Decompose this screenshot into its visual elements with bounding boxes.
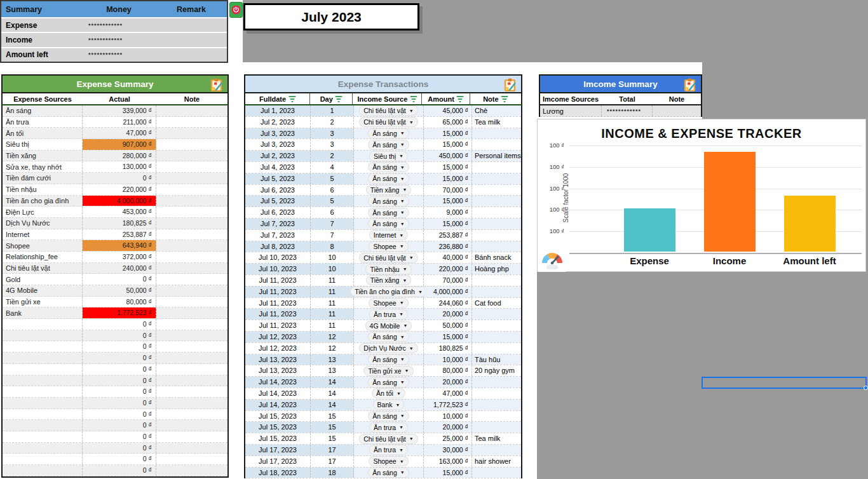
txn-day-cell[interactable]: 13 xyxy=(311,354,354,365)
income-note-cell[interactable] xyxy=(653,105,701,116)
expense-note-cell[interactable] xyxy=(156,229,227,240)
expense-source-cell[interactable]: Tiền nhậu xyxy=(3,184,83,195)
txn-amount-cell[interactable]: 9,000 ₫ xyxy=(424,207,472,218)
summary-masked-value[interactable]: ************ xyxy=(82,51,156,58)
txn-day-cell[interactable]: 3 xyxy=(311,128,354,139)
expense-actual-cell[interactable]: 0 ₫ xyxy=(83,465,156,476)
txn-amount-cell[interactable]: 236,880 ₫ xyxy=(424,241,472,252)
expense-note-cell[interactable] xyxy=(156,386,227,397)
txn-amount-cell[interactable]: 20,000 ₫ xyxy=(424,309,472,320)
expense-actual-cell[interactable]: 0 ₫ xyxy=(83,364,156,375)
txn-note-cell[interactable]: Tàu hũu xyxy=(472,354,521,365)
txn-source-dropdown[interactable]: Shopee▼ xyxy=(369,299,407,307)
txn-note-cell[interactable]: hair shower xyxy=(472,456,521,467)
expense-source-cell[interactable] xyxy=(3,341,83,352)
expense-note-cell[interactable] xyxy=(156,274,227,285)
txn-fulldate-cell[interactable]: Jul 12, 2023 xyxy=(245,332,311,342)
txn-day-cell[interactable]: 17 xyxy=(311,445,354,455)
txn-source-dropdown[interactable]: Ăn sáng▼ xyxy=(369,174,408,183)
txn-day-cell[interactable]: 10 xyxy=(311,264,354,274)
expense-source-cell[interactable]: 4G Mobile xyxy=(3,285,83,296)
txn-fulldate-cell[interactable]: Jul 3, 2023 xyxy=(245,139,311,150)
txn-amount-cell[interactable]: 244,060 ₫ xyxy=(424,298,472,309)
txn-note-cell[interactable] xyxy=(472,230,521,241)
summary-row-label[interactable]: Amount left xyxy=(1,50,82,59)
txn-note-cell[interactable] xyxy=(472,207,521,218)
txn-note-cell[interactable] xyxy=(472,139,521,150)
txn-note-cell[interactable]: Cat food xyxy=(472,298,521,309)
txn-source-dropdown[interactable]: Ăn trưa▼ xyxy=(370,445,407,454)
txn-amount-cell[interactable]: 15,000 ₫ xyxy=(424,196,472,206)
txn-amount-cell[interactable]: 15,000 ₫ xyxy=(424,332,472,342)
expense-source-cell[interactable]: Internet xyxy=(3,229,83,240)
summary-row-label[interactable]: Expense xyxy=(1,21,82,30)
txn-source-dropdown[interactable]: Ăn sáng▼ xyxy=(369,163,408,172)
txn-note-cell[interactable]: Chè xyxy=(472,105,521,116)
txn-source-dropdown[interactable]: Chi tiêu lặt vặt▼ xyxy=(360,118,417,126)
txn-fulldate-cell[interactable]: Jul 10, 2023 xyxy=(245,264,311,274)
expense-note-cell[interactable] xyxy=(156,297,227,307)
txn-amount-cell[interactable]: 15,000 ₫ xyxy=(424,173,472,184)
txn-source-dropdown[interactable]: Ăn sáng▼ xyxy=(369,197,408,206)
expense-actual-cell[interactable]: 907,000 ₫ xyxy=(83,139,156,150)
txn-source-dropdown[interactable]: Siêu thị▼ xyxy=(370,152,407,161)
expense-note-cell[interactable] xyxy=(156,443,227,454)
txn-source-dropdown[interactable]: Tiền xăng▼ xyxy=(367,186,411,194)
txn-note-cell[interactable] xyxy=(472,162,521,173)
txn-source-dropdown[interactable]: Ăn tối▼ xyxy=(372,389,405,398)
txn-note-cell[interactable] xyxy=(472,411,521,422)
txn-day-cell[interactable]: 14 xyxy=(311,400,354,410)
expense-note-cell[interactable] xyxy=(156,151,227,161)
txn-day-cell[interactable]: 4 xyxy=(311,162,354,173)
txn-note-cell[interactable] xyxy=(472,185,521,196)
expense-source-cell[interactable]: Ăn trưa xyxy=(3,117,83,128)
txn-note-cell[interactable] xyxy=(472,400,521,410)
txn-source-dropdown[interactable]: Ăn sáng▼ xyxy=(369,140,408,149)
txn-fulldate-cell[interactable]: Jul 14, 2023 xyxy=(245,377,311,388)
expense-actual-cell[interactable]: 4,000,000 ₫ xyxy=(83,196,156,206)
txn-note-cell[interactable] xyxy=(472,320,521,331)
txn-note-cell[interactable] xyxy=(472,377,521,388)
txn-source-dropdown[interactable]: 4G Mobile▼ xyxy=(366,321,412,330)
txn-amount-cell[interactable]: 15,000 ₫ xyxy=(424,219,472,229)
summary-masked-value[interactable]: ************ xyxy=(82,37,156,43)
expense-source-cell[interactable] xyxy=(3,398,83,408)
txn-fulldate-cell[interactable]: Jul 14, 2023 xyxy=(245,388,311,399)
expense-source-cell[interactable] xyxy=(3,431,83,442)
txn-source-dropdown[interactable]: Ăn sáng▼ xyxy=(369,129,408,138)
txn-fulldate-cell[interactable]: Jul 13, 2023 xyxy=(245,354,311,365)
expense-source-cell[interactable]: Tiền gửi xe xyxy=(3,297,83,307)
expense-source-cell[interactable]: Điện Lực xyxy=(3,206,83,217)
txn-amount-cell[interactable]: 47,000 ₫ xyxy=(424,388,472,399)
expense-note-cell[interactable] xyxy=(156,353,227,363)
expense-actual-cell[interactable]: 0 ₫ xyxy=(83,386,156,397)
txn-amount-cell[interactable]: 1,772,523 ₫ xyxy=(424,400,472,410)
txn-amount-cell[interactable]: 220,000 ₫ xyxy=(424,264,472,274)
txn-note-cell[interactable] xyxy=(472,196,521,206)
expense-source-cell[interactable]: Ăn sáng xyxy=(3,105,83,116)
txn-source-dropdown[interactable]: Dịch Vụ Nước▼ xyxy=(360,344,417,353)
txn-day-cell[interactable]: 12 xyxy=(311,332,354,342)
txn-fulldate-cell[interactable]: Jul 17, 2023 xyxy=(245,445,311,455)
txn-note-cell[interactable] xyxy=(472,445,521,455)
txn-source-dropdown[interactable]: Ăn sáng▼ xyxy=(369,208,408,217)
txn-day-cell[interactable]: 11 xyxy=(311,298,354,309)
txn-amount-cell[interactable]: 20,000 ₫ xyxy=(424,377,472,388)
expense-note-cell[interactable] xyxy=(156,330,227,341)
expense-actual-cell[interactable]: 240,000 ₫ xyxy=(83,263,156,274)
expense-source-cell[interactable]: Ăn tối xyxy=(3,128,83,138)
expense-actual-cell[interactable]: 0 ₫ xyxy=(83,274,156,285)
txn-fulldate-cell[interactable]: Jul 8, 2023 xyxy=(245,241,311,252)
txn-source-dropdown[interactable]: Ăn sáng▼ xyxy=(369,355,408,364)
txn-amount-cell[interactable]: 450,000 ₫ xyxy=(424,151,472,161)
expense-actual-cell[interactable]: 47,000 ₫ xyxy=(83,128,156,138)
expense-actual-cell[interactable]: 643,940 ₫ xyxy=(83,240,156,251)
txn-day-cell[interactable]: 17 xyxy=(311,456,354,467)
txn-source-dropdown[interactable]: Shopee▼ xyxy=(369,242,407,251)
expense-actual-cell[interactable]: 0 ₫ xyxy=(83,398,156,408)
expense-actual-cell[interactable]: 0 ₫ xyxy=(83,431,156,442)
expense-source-cell[interactable]: Dịch Vụ Nước xyxy=(3,218,83,229)
txn-fulldate-cell[interactable]: Jul 12, 2023 xyxy=(245,343,311,354)
expense-actual-cell[interactable]: 211,000 ₫ xyxy=(83,117,156,128)
txn-source-dropdown[interactable]: Chi tiêu lặt vặt▼ xyxy=(360,106,417,115)
